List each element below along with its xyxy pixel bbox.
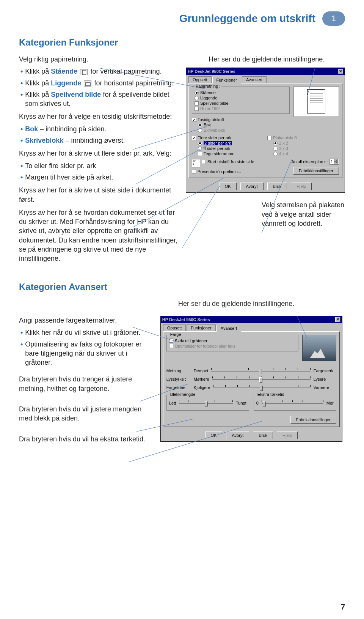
spinner-up-icon: ▴ — [334, 159, 338, 162]
dialog-funksjoner: HP DeskJet 950C Series ✕ Oppsett Funksjo… — [186, 68, 345, 193]
term-staende: Stående — [51, 68, 77, 75]
ok-button-2[interactable]: OK — [205, 432, 223, 439]
page-header: Grunnleggende om utskrift 1 — [19, 11, 345, 26]
slider-metning[interactable]: Metning : Dempet Fargesterk — [166, 367, 336, 374]
groupbox-farge: Farge Skriv ut i gråtoner Optimaliser fo… — [166, 335, 298, 351]
bullet-liggende: • Klikk på Liggende for horisontal papir… — [20, 79, 178, 88]
radio-2x2: 2 x 2 — [273, 140, 339, 146]
bruk-button-2[interactable]: Bruk — [253, 432, 273, 439]
flere-sider-intro: Kryss av her for å skrive ut flere sider… — [19, 149, 178, 158]
section-avansert-title: Kategorien Avansert — [19, 282, 345, 292]
bullet-to-fire: •To eller fire sider pr. ark — [20, 161, 178, 170]
metning-text: Dra bryteren hvis du trenger å justere m… — [19, 375, 153, 393]
caption-gjeldende-2: Her ser du de gjeldende innstillingene. — [19, 299, 345, 308]
page-title: Grunnleggende om utskrift — [179, 13, 315, 25]
radio-staende[interactable]: Stående — [195, 90, 287, 95]
bullet-optimalisering: •Optimalisering av faks og fotokopier er… — [20, 340, 153, 367]
factory-button-2[interactable]: Fabrikkinnstillinger — [290, 416, 336, 424]
check-tegn-sideramme[interactable]: Tegn sideramme — [198, 151, 264, 156]
hjelp-button-2[interactable]: Hjelp — [277, 432, 298, 439]
groupbox-blekk: Blekkmengde Lett Tungt — [166, 395, 249, 411]
check-start-siste[interactable]: Start utskrift fra siste side — [202, 159, 254, 164]
bullet-gratoner: •Klikk her når du vil skrive ut i gråton… — [20, 328, 153, 337]
dialog-title: HP DeskJet 950C Series — [188, 69, 235, 74]
multipage-icon: 123 — [192, 159, 200, 167]
bullet-margen: •Margen til hver side på arket. — [20, 173, 178, 182]
preview-text: Kryss av her for å se hvordan dokumentet… — [19, 208, 178, 263]
check-roter: Roter 180° — [195, 106, 287, 111]
radio-liggende[interactable]: Liggende — [195, 95, 287, 101]
caption-gjeldende-1: Her ser du de gjeldende innstillingene. — [186, 55, 345, 64]
torke-text: Dra bryteren hvis du vil ha ekstra tørke… — [19, 435, 153, 444]
right-col-avansert: HP DeskJet 950C Series ✕ Oppsett Funksjo… — [160, 316, 345, 447]
intro-text: Velg riktig papirretning. — [19, 55, 178, 64]
check-plakat[interactable]: Plakatutskrift — [267, 135, 339, 140]
slider-torke[interactable]: 0 Mer — [256, 400, 334, 406]
siste-side-text: Kryss av her for å skrive ut siste side … — [19, 186, 178, 204]
ok-button[interactable]: OK — [219, 183, 237, 190]
check-presentacion[interactable]: Presentación prelimin... — [192, 169, 270, 174]
dialog-avansert: HP DeskJet 950C Series ✕ Oppsett Funksjo… — [160, 316, 342, 442]
check-flere-sider[interactable]: Flere sider per ark — [192, 135, 264, 140]
check-tosidig[interactable]: Tosidig utskrift — [192, 117, 339, 122]
bullet-bok: • Bok – innbinding på siden. — [20, 124, 178, 134]
bullet-speilvend: • Klikk på Speilvend bilde for å speilve… — [20, 90, 178, 109]
tab-avansert[interactable]: Avansert — [242, 76, 267, 83]
portrait-icon — [80, 69, 88, 75]
bruk-button[interactable]: Bruk — [267, 183, 287, 190]
radio-2sider[interactable]: 2 sider per ark — [198, 140, 264, 146]
hjelp-button[interactable]: Hjelp — [291, 183, 312, 190]
dialog-tabs: Oppsett Funksjoner Avansert — [186, 75, 345, 83]
section-funksjoner-title: Kategorien Funksjoner — [19, 37, 345, 48]
slider-fargetone[interactable]: Fargetone : Kjøligere Varmere — [166, 384, 336, 391]
farge-intro: Angi passende fargealternativer. — [19, 316, 153, 325]
dialog2-titlebar[interactable]: HP DeskJet 950C Series ✕ — [161, 316, 342, 323]
avbryt-button-2[interactable]: Avbryt — [226, 432, 249, 439]
term-speilvend: Speilvend bilde — [51, 91, 101, 98]
copies-spinner[interactable]: 1 ▴▾ — [329, 159, 339, 165]
page-number: 7 — [341, 603, 345, 611]
dialog-titlebar[interactable]: HP DeskJet 950C Series ✕ — [186, 68, 345, 75]
slider-blekk[interactable]: Lett Tungt — [169, 400, 246, 406]
check-optimaliser[interactable]: Optimaliser for fotokopi eller faks — [169, 343, 296, 349]
chapter-badge: 1 — [322, 11, 345, 26]
tab2-avansert[interactable]: Avansert — [217, 325, 241, 332]
factory-button[interactable]: Fabrikkinnstillinger — [293, 167, 339, 175]
groupbox-papirretning: Papirretning : Stående Liggende Speilven… — [192, 87, 290, 114]
tab-funksjoner[interactable]: Funksjoner — [212, 77, 241, 83]
left-instructions-avansert: Angi passende fargealternativer. •Klikk … — [19, 316, 153, 447]
term-liggende: Liggende — [51, 79, 81, 87]
tab2-funksjoner[interactable]: Funksjoner — [187, 324, 215, 331]
tosidig-intro: Kryss av her for å velge en tosidig utsk… — [19, 112, 178, 121]
radio-bok[interactable]: Bok — [198, 122, 339, 128]
bullet-skriveblokk: • Skriveblokk – innbinding øverst. — [20, 136, 178, 145]
caption-plakat: Velg størrelsen på plakaten ved å velge … — [186, 200, 345, 228]
radio-4sider[interactable]: 4 sider per ark — [198, 146, 264, 151]
radio-3x3: 3 x 3 — [273, 146, 339, 151]
close-icon[interactable]: ✕ — [335, 317, 340, 322]
landscape-icon — [84, 80, 91, 87]
check-speilvend[interactable]: Speilvend bilde — [195, 101, 287, 106]
left-instructions: Velg riktig papirretning. • Klikk på Stå… — [19, 55, 178, 266]
right-col: Her ser du de gjeldende innstillingene. … — [186, 55, 345, 266]
check-gratoner[interactable]: Skriv ut i gråtoner — [169, 338, 296, 343]
bullet-staende: • Klikk på Stående for vertikal papirret… — [20, 67, 178, 76]
close-icon[interactable]: ✕ — [338, 69, 343, 74]
groupbox-torke: Ekstra tørketid 0 Mer — [254, 395, 336, 411]
slider-lysstyrke[interactable]: Lysstyrke : Mørkere Lysere — [166, 376, 336, 383]
tab-oppsett[interactable]: Oppsett — [188, 76, 212, 83]
radio-skriveblokk[interactable]: Skriveblokk — [198, 128, 339, 133]
orientation-preview — [293, 87, 339, 117]
spinner-down-icon: ▾ — [334, 162, 338, 164]
bullet-dot: • — [20, 67, 23, 76]
blekk-text: Dra bryteren hvis du vil justere mengden… — [19, 405, 153, 423]
radio-4x4: 4 x 4 — [273, 151, 339, 156]
avbryt-button[interactable]: Avbryt — [240, 183, 264, 190]
tab2-oppsett[interactable]: Oppsett — [163, 324, 186, 331]
preview-thumbnail — [302, 335, 336, 361]
